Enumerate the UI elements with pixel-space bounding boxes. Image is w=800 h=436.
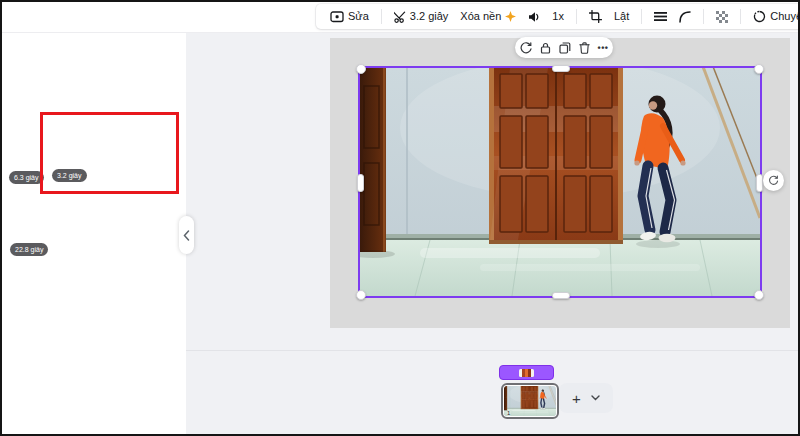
more-actions-button[interactable]: •••	[598, 43, 609, 53]
spacing-button[interactable]	[652, 9, 669, 24]
remove-background-label: Xóa nền	[460, 11, 501, 22]
chevron-down-icon	[591, 395, 600, 401]
edit-video-label: Sửa	[348, 11, 369, 22]
add-page-button[interactable]: +	[572, 391, 581, 406]
context-toolbar: Sửa 3.2 giây Xóa nền 1x Lật Chuyển động …	[316, 4, 800, 29]
flip-label: Lật	[614, 11, 629, 22]
track-thumbnail	[519, 369, 534, 377]
page-number: 1	[507, 410, 510, 416]
resize-handle-ne[interactable]	[754, 64, 764, 74]
transparency-button[interactable]	[714, 9, 730, 25]
crop-icon	[589, 10, 602, 23]
toolbar-divider	[381, 9, 382, 24]
flip-button[interactable]: Lật	[612, 9, 631, 24]
chevron-left-icon	[183, 230, 190, 241]
video-frame-image	[360, 68, 760, 296]
add-page-control: +	[559, 383, 613, 413]
crop-button[interactable]	[587, 8, 604, 25]
rotate-handle[interactable]	[763, 170, 784, 191]
playback-speed-button[interactable]: 1x	[550, 9, 566, 24]
volume-button[interactable]	[526, 9, 542, 25]
duplicate-icon	[559, 42, 571, 54]
resize-handle-e[interactable]	[756, 174, 763, 192]
resize-handle-n[interactable]	[552, 65, 570, 72]
duration-badge: 22.8 giây	[10, 243, 48, 256]
toolbar-divider	[740, 9, 741, 24]
trash-icon	[579, 42, 590, 54]
animate-button[interactable]: Chuyển động	[751, 8, 800, 25]
selected-video-element[interactable]	[360, 68, 760, 296]
checkerboard-icon	[716, 11, 728, 23]
speaker-icon	[528, 11, 540, 23]
edit-video-button[interactable]: Sửa	[328, 8, 371, 25]
clip-duration-label: 3.2 giây	[410, 11, 449, 22]
trim-duration-button[interactable]: 3.2 giây	[392, 9, 451, 25]
duration-badge: 3.2 giây	[52, 169, 87, 182]
more-dots-icon: •••	[598, 43, 609, 53]
resize-handle-se[interactable]	[754, 290, 764, 300]
resize-handle-s[interactable]	[552, 292, 570, 299]
element-quick-actions: •••	[515, 37, 613, 58]
resize-handle-nw[interactable]	[356, 64, 366, 74]
corner-rounding-button[interactable]	[677, 9, 693, 25]
lock-icon	[540, 42, 551, 54]
rotate-icon	[768, 175, 779, 186]
toolbar-divider	[576, 9, 577, 24]
motion-icon	[753, 10, 766, 23]
page-thumbnail-image	[504, 386, 556, 416]
toolbar-divider	[641, 9, 642, 24]
sidebar-collapse-handle[interactable]	[179, 216, 194, 254]
duplicate-button[interactable]	[559, 42, 571, 54]
scissors-icon	[394, 11, 406, 23]
resize-handle-sw[interactable]	[356, 290, 366, 300]
arc-icon	[679, 11, 691, 23]
lock-button[interactable]	[540, 42, 551, 54]
timeline-video-track[interactable]	[499, 365, 554, 380]
add-page-dropdown[interactable]	[591, 395, 600, 401]
page-1-thumbnail[interactable]: 1	[501, 383, 559, 419]
edit-video-icon	[330, 10, 344, 23]
premium-star-icon	[505, 11, 516, 22]
playback-speed-label: 1x	[552, 11, 564, 22]
resize-handle-w[interactable]	[357, 174, 364, 192]
loop-icon	[520, 42, 532, 54]
duration-badge: 6.3 giây	[9, 171, 44, 184]
timeline-separator	[186, 350, 798, 351]
loop-button[interactable]	[520, 42, 532, 54]
delete-button[interactable]	[579, 42, 590, 54]
remove-background-button[interactable]: Xóa nền	[458, 9, 518, 24]
uploads-panel	[2, 2, 186, 434]
lines-icon	[654, 11, 667, 22]
animate-label: Chuyển động	[770, 11, 800, 22]
toolbar-divider	[703, 9, 704, 24]
